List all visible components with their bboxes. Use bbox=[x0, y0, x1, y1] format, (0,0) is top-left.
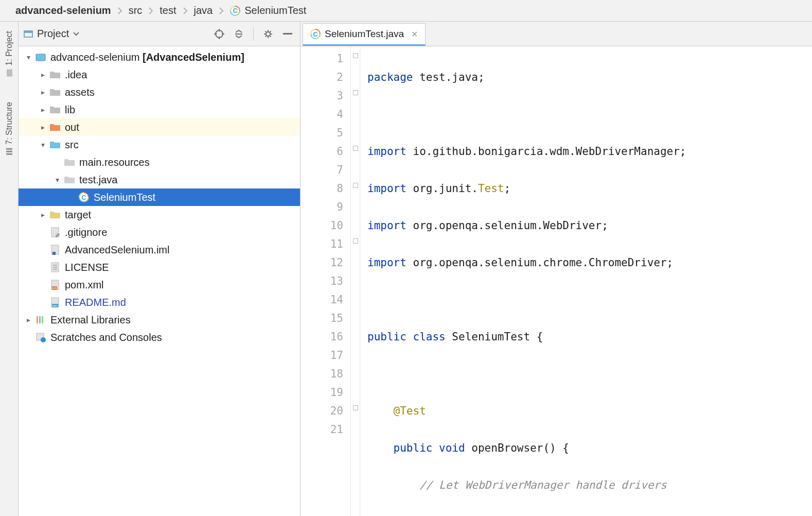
line-number[interactable]: 19 bbox=[301, 383, 343, 402]
code-text: test.java; bbox=[413, 71, 485, 83]
folder-icon bbox=[64, 158, 75, 166]
chevron-right-icon bbox=[219, 7, 224, 15]
rail-structure[interactable]: 7: Structure bbox=[5, 102, 14, 156]
fold-gutter[interactable] bbox=[351, 46, 360, 516]
line-number[interactable]: 6 bbox=[301, 142, 343, 161]
libraries-icon bbox=[36, 315, 46, 324]
line-number[interactable]: 1 bbox=[301, 49, 343, 68]
tab-seleniumtest[interactable]: SeleniumTest.java ✕ bbox=[303, 23, 426, 46]
kw-import: import bbox=[367, 145, 407, 158]
tree-assets[interactable]: ▸assets bbox=[19, 83, 300, 101]
line-number[interactable]: 17 bbox=[301, 346, 343, 365]
crumb-src[interactable]: src bbox=[126, 5, 146, 16]
line-number[interactable]: 9 bbox=[301, 198, 343, 216]
tree-root-name: advanced-selenium bbox=[50, 51, 139, 63]
tree-label: LICENSE bbox=[65, 262, 109, 273]
project-title[interactable]: Project bbox=[24, 28, 79, 40]
tree-label: .gitignore bbox=[65, 227, 107, 238]
tree-label: assets bbox=[65, 87, 95, 98]
tree-label: target bbox=[65, 209, 91, 221]
tree-license[interactable]: ▸LICENSE bbox=[19, 259, 300, 276]
line-number[interactable]: 16 bbox=[301, 328, 343, 346]
java-class-icon bbox=[310, 29, 321, 39]
gutter[interactable]: 1 2 3 4 5 6 7 8 9 10 11 12 13 14 15 16 1… bbox=[301, 46, 351, 516]
tree-target[interactable]: ▸target bbox=[19, 206, 300, 223]
tree-ext-libs[interactable]: ▸External Libraries bbox=[19, 311, 300, 329]
kw-public: public bbox=[394, 442, 433, 454]
code-text: openBrowser() { bbox=[465, 442, 569, 454]
tree-testjava[interactable]: ▾test.java bbox=[19, 171, 300, 188]
tree-mainres[interactable]: ▸main.resources bbox=[19, 153, 300, 171]
tree-iml[interactable]: ▸AdvancedSelenium.iml bbox=[19, 241, 300, 259]
svg-rect-13 bbox=[283, 33, 292, 35]
kw-import: import bbox=[367, 256, 407, 269]
gear-icon bbox=[263, 29, 273, 39]
line-number[interactable]: 14 bbox=[301, 290, 343, 309]
crumb-file-label: SeleniumTest bbox=[244, 5, 306, 16]
expand-icon bbox=[234, 29, 243, 39]
hide-button[interactable] bbox=[280, 27, 295, 41]
file-icon bbox=[50, 227, 60, 237]
expand-all-button[interactable] bbox=[232, 27, 246, 41]
line-number[interactable]: 5 bbox=[301, 124, 343, 142]
line-number[interactable]: 21 bbox=[301, 420, 343, 439]
crumb-file[interactable]: SeleniumTest bbox=[227, 5, 309, 16]
tree-scratches[interactable]: ▸Scratches and Consoles bbox=[19, 329, 300, 346]
project-tree[interactable]: ▾ advanced-selenium [AdvancedSelenium] ▸… bbox=[19, 46, 300, 516]
tree-pom[interactable]: ▸<>pom.xml bbox=[19, 276, 300, 294]
tree-lib[interactable]: ▸lib bbox=[19, 101, 300, 118]
line-number[interactable]: 18 bbox=[301, 365, 343, 383]
line-number[interactable]: 20 bbox=[301, 402, 343, 420]
folder-icon bbox=[50, 211, 60, 219]
line-number[interactable]: 10 bbox=[301, 216, 343, 235]
tree-label: src bbox=[65, 139, 79, 151]
tree-out[interactable]: ▸out bbox=[19, 118, 300, 136]
line-number-run[interactable]: 8 bbox=[301, 179, 343, 198]
rail-project[interactable]: 1: Project bbox=[5, 31, 14, 77]
line-number[interactable]: 2 bbox=[301, 68, 343, 87]
tab-label: SeleniumTest.java bbox=[325, 28, 404, 40]
svg-rect-3 bbox=[6, 148, 12, 149]
line-number[interactable]: 12 bbox=[301, 253, 343, 272]
project-header: Project bbox=[19, 22, 300, 46]
project-icon bbox=[5, 69, 13, 77]
svg-rect-0 bbox=[7, 70, 12, 77]
tree-seleniumtest[interactable]: ▸SeleniumTest bbox=[19, 188, 300, 206]
crumb-java[interactable]: java bbox=[191, 5, 216, 16]
minimize-icon bbox=[283, 33, 292, 35]
svg-rect-1 bbox=[6, 153, 12, 154]
chevron-right-icon bbox=[148, 7, 153, 15]
project-panel: Project ▾ advanced-selenium bbox=[19, 22, 301, 516]
tree-label: .idea bbox=[65, 69, 87, 81]
kw-class: public class bbox=[367, 331, 446, 343]
code-editor[interactable]: 1 2 3 4 5 6 7 8 9 10 11 12 13 14 15 16 1… bbox=[301, 46, 812, 516]
line-number[interactable]: 7 bbox=[301, 161, 343, 179]
window-icon bbox=[24, 29, 33, 39]
svg-text:<>: <> bbox=[52, 286, 57, 290]
svg-rect-5 bbox=[24, 31, 32, 33]
line-number[interactable]: 4 bbox=[301, 105, 343, 124]
tree-readme[interactable]: ▸MDREADME.md bbox=[19, 294, 300, 311]
settings-button[interactable] bbox=[261, 27, 275, 41]
tree-idea[interactable]: ▸.idea bbox=[19, 66, 300, 83]
line-number[interactable]: 3 bbox=[301, 87, 343, 105]
tree-label: main.resources bbox=[79, 157, 150, 168]
tree-label: out bbox=[65, 122, 79, 133]
tree-gitignore[interactable]: ▸.gitignore bbox=[19, 223, 300, 241]
tree-src[interactable]: ▾src bbox=[19, 136, 300, 153]
code-body[interactable]: package test.java; import io.github.boni… bbox=[360, 46, 686, 516]
line-number[interactable]: 13 bbox=[301, 272, 343, 290]
file-icon: <> bbox=[50, 280, 60, 290]
close-icon[interactable]: ✕ bbox=[411, 29, 418, 39]
tree-root[interactable]: ▾ advanced-selenium [AdvancedSelenium] bbox=[19, 48, 300, 66]
tree-label: lib bbox=[65, 104, 75, 116]
line-number[interactable]: 15 bbox=[301, 309, 343, 328]
line-number-run[interactable]: 11 bbox=[301, 235, 343, 253]
divider bbox=[253, 27, 254, 41]
java-class-icon bbox=[79, 192, 89, 202]
crumb-root[interactable]: advanced-selenium bbox=[12, 5, 114, 16]
locate-button[interactable] bbox=[212, 27, 226, 41]
tree-label: SeleniumTest bbox=[94, 192, 155, 203]
annotation: @Test bbox=[367, 405, 426, 417]
crumb-test[interactable]: test bbox=[156, 5, 179, 16]
